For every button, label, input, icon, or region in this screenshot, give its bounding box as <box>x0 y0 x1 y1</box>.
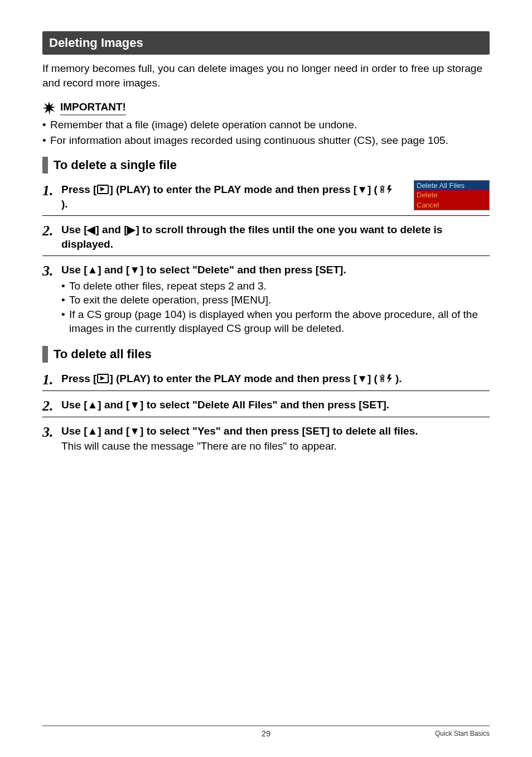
important-bullet-1: Remember that a file (image) delete oper… <box>50 118 490 132</box>
play-icon <box>97 374 109 383</box>
divider <box>42 390 490 391</box>
trash-flash-icon <box>379 185 394 195</box>
s2-step1-text: Press [] (PLAY) to enter the PLAY mode a… <box>61 372 490 387</box>
important-bullets: Remember that a file (image) delete oper… <box>42 118 490 147</box>
step-number-2b: 2. <box>42 398 61 413</box>
important-label: IMPORTANT! <box>60 101 126 115</box>
up-arrow-icon: ▲ <box>87 399 98 411</box>
down-arrow-icon: ▼ <box>129 264 140 276</box>
subsection-delete-single: To delete a single file <box>42 157 490 173</box>
s1-step3-bullet-2: To exit the delete operation, press [MEN… <box>69 293 490 307</box>
subsection-label: To delete a single file <box>54 157 177 173</box>
intro-text: If memory becomes full, you can delete i… <box>42 61 490 90</box>
page-footer: 29 Quick Start Basics <box>42 725 490 738</box>
left-arrow-icon: ◀ <box>87 224 95 235</box>
s1-step3-text: Use [▲] and [▼] to select "Delete" and t… <box>61 263 490 338</box>
menu-item-cancel: Cancel <box>414 200 489 210</box>
s1-step3-bullet-1: To delete other files, repeat steps 2 an… <box>69 279 490 293</box>
play-icon <box>97 185 109 194</box>
down-arrow-icon: ▼ <box>357 373 367 384</box>
footer-breadcrumb: Quick Start Basics <box>435 730 490 737</box>
svg-marker-3 <box>387 185 392 194</box>
menu-item-delete-all: Delete All Files <box>414 181 489 191</box>
step-number-3b: 3. <box>42 424 61 440</box>
important-bullet-2: For information about images recorded us… <box>50 133 490 148</box>
svg-marker-0 <box>42 102 56 115</box>
down-arrow-icon: ▼ <box>129 425 140 437</box>
right-arrow-icon: ▶ <box>127 224 136 235</box>
s1-step1-text: Press [] (PLAY) to enter the PLAY mode a… <box>61 182 397 212</box>
divider <box>42 215 490 216</box>
step-number-2: 2. <box>42 223 61 238</box>
step-number-3: 3. <box>42 263 61 278</box>
s2-step3-text: Use [▲] and [▼] to select "Yes" and then… <box>61 424 490 454</box>
up-arrow-icon: ▲ <box>87 425 98 437</box>
section-title: Deleting Images <box>42 31 490 55</box>
down-arrow-icon: ▼ <box>129 399 140 411</box>
up-arrow-icon: ▲ <box>87 264 98 276</box>
page-number: 29 <box>262 729 271 738</box>
s1-step2-text: Use [◀] and [▶] to scroll through the fi… <box>61 223 490 252</box>
step-number-1b: 1. <box>42 372 61 387</box>
svg-marker-6 <box>387 374 392 383</box>
divider <box>42 417 490 417</box>
subsection-label: To delete all files <box>54 346 152 363</box>
step-number-1: 1. <box>42 182 61 198</box>
delete-menu: Delete All Files Delete Cancel <box>414 180 490 211</box>
s2-step2-text: Use [▲] and [▼] to select "Delete All Fi… <box>61 398 490 413</box>
starburst-icon <box>42 102 56 115</box>
down-arrow-icon: ▼ <box>357 184 367 195</box>
divider <box>42 255 490 256</box>
trash-flash-icon <box>379 374 394 384</box>
menu-item-delete: Delete <box>414 190 489 200</box>
s1-step3-bullet-3: If a CS group (page 104) is displayed wh… <box>69 307 490 336</box>
subsection-delete-all: To delete all files <box>42 346 490 363</box>
s2-step3-subtext: This will cause the message "There are n… <box>61 439 490 454</box>
